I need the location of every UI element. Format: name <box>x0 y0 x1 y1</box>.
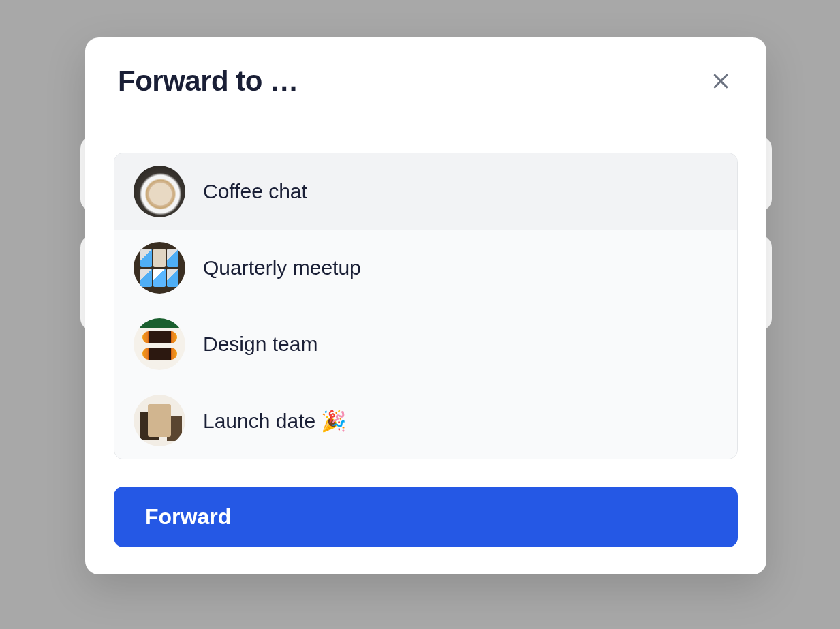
avatar <box>134 318 185 370</box>
room-name: Launch date 🎉 <box>203 409 346 433</box>
avatar <box>134 242 185 294</box>
forward-button[interactable]: Forward <box>114 487 738 547</box>
room-name: Coffee chat <box>203 180 307 203</box>
room-name: Quarterly meetup <box>203 256 361 279</box>
room-item-quarterly-meetup[interactable]: Quarterly meetup <box>114 230 737 306</box>
room-name: Design team <box>203 333 317 356</box>
room-list: Coffee chat Quarterly meetup Design team… <box>114 153 738 459</box>
modal-header: Forward to … <box>85 37 766 125</box>
room-item-design-team[interactable]: Design team <box>114 306 737 382</box>
forward-modal: Forward to … Coffee chat Quarterly meetu… <box>85 37 766 574</box>
close-button[interactable] <box>708 68 734 94</box>
avatar <box>134 166 185 217</box>
modal-title: Forward to … <box>118 65 298 97</box>
avatar <box>134 395 185 446</box>
modal-body: Coffee chat Quarterly meetup Design team… <box>85 125 766 574</box>
close-icon <box>711 71 731 91</box>
room-item-coffee-chat[interactable]: Coffee chat <box>114 153 737 230</box>
room-item-launch-date[interactable]: Launch date 🎉 <box>114 382 737 459</box>
